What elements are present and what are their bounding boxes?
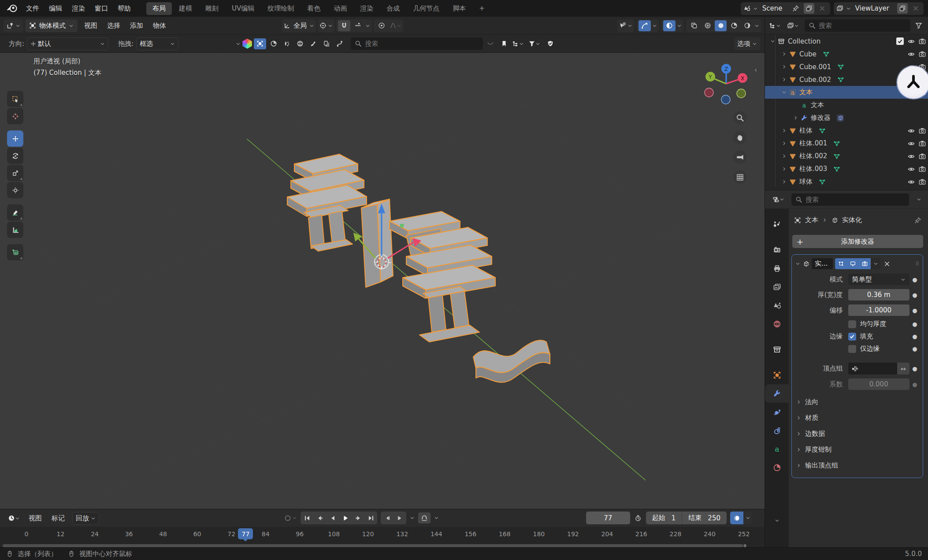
- value-slider[interactable]: 0.36 m: [848, 289, 909, 300]
- eye-icon[interactable]: [908, 51, 915, 58]
- zoom-button[interactable]: [733, 111, 746, 124]
- delete-viewlayer-button[interactable]: [910, 3, 921, 14]
- outliner-filter-type-button[interactable]: [783, 20, 802, 31]
- outliner-row-modifiers[interactable]: 修改器: [765, 111, 928, 124]
- properties-tab-object[interactable]: [765, 366, 789, 384]
- camera-visibility-icon[interactable]: [919, 166, 926, 173]
- playhead[interactable]: 77: [238, 528, 253, 539]
- camera-visibility-icon[interactable]: [919, 38, 926, 45]
- catalog-tree-button[interactable]: [512, 38, 524, 49]
- frame-label-120[interactable]: 120: [362, 530, 374, 538]
- new-viewlayer-button[interactable]: [897, 3, 908, 14]
- topbar-menu-3[interactable]: 窗口: [90, 3, 113, 15]
- animate-decorator[interactable]: ●: [909, 365, 920, 372]
- outliner-item-name[interactable]: 球体: [799, 178, 813, 186]
- eye-icon[interactable]: [908, 127, 915, 134]
- frame-label-96[interactable]: 96: [296, 530, 304, 538]
- frame-label-216[interactable]: 216: [635, 530, 647, 538]
- outliner-row-font-data[interactable]: 文本: [765, 99, 928, 111]
- properties-tab-collection[interactable]: [765, 340, 789, 359]
- pin-icon[interactable]: [914, 217, 921, 224]
- pan-hand-button[interactable]: [733, 131, 746, 144]
- filter-brush-toggle[interactable]: [307, 38, 319, 49]
- filter-world-toggle[interactable]: [294, 38, 306, 49]
- frame-label-84[interactable]: 84: [262, 530, 270, 538]
- checkbox-均匀厚度[interactable]: 均匀厚度: [848, 320, 909, 328]
- camera-view-button[interactable]: [733, 151, 746, 164]
- outliner-display-mode-button[interactable]: [768, 20, 781, 31]
- timeline-scrollbar[interactable]: [3, 544, 743, 547]
- eye-icon[interactable]: [908, 140, 915, 147]
- frame-label-144[interactable]: 144: [431, 530, 442, 538]
- viewport-menu-3[interactable]: 物体: [148, 20, 171, 32]
- filter-object-toggle[interactable]: [254, 38, 266, 49]
- breadcrumb-object[interactable]: 文本: [805, 216, 818, 224]
- outliner-item-name[interactable]: Cube: [799, 50, 817, 58]
- camera-visibility-icon[interactable]: [919, 153, 926, 160]
- vertex-group-field[interactable]: ↔: [848, 363, 909, 375]
- timeline-menu-1[interactable]: 标记: [47, 512, 70, 524]
- chevron-right-icon[interactable]: [782, 128, 787, 133]
- workspace-tab-7[interactable]: 渲染: [354, 2, 379, 15]
- falloff-button[interactable]: [389, 20, 401, 31]
- orientation-dropdown[interactable]: 默认: [27, 37, 108, 50]
- drag-dropdown[interactable]: 框选: [136, 37, 178, 50]
- frame-label-204[interactable]: 204: [601, 530, 613, 538]
- outliner-search-input[interactable]: [819, 22, 906, 30]
- current-frame-field[interactable]: 77: [586, 512, 630, 524]
- frame-end-field[interactable]: 结束250: [682, 512, 727, 524]
- show-gizmo-toggle[interactable]: [638, 20, 651, 31]
- viewport-menu-2[interactable]: 添加: [125, 20, 148, 32]
- step-back-button[interactable]: [381, 512, 393, 524]
- modifier-section-厚度钳制[interactable]: 厚度钳制: [794, 441, 920, 457]
- frame-label-72[interactable]: 72: [227, 530, 235, 538]
- properties-tab-constraint[interactable]: [765, 421, 789, 440]
- viewport-canvas[interactable]: [0, 53, 765, 509]
- pin-icon[interactable]: [791, 3, 801, 14]
- checkbox-填充[interactable]: 填充: [848, 332, 909, 341]
- editor-type-button[interactable]: [4, 19, 23, 32]
- tool-annotate-button[interactable]: [7, 204, 23, 221]
- properties-tab-material[interactable]: [765, 458, 789, 477]
- loop-playback-button[interactable]: [418, 512, 431, 523]
- camera-visibility-icon[interactable]: [919, 51, 926, 58]
- drag-handle-icon[interactable]: ⠿: [915, 261, 919, 267]
- outliner-row-collection[interactable]: Collection: [765, 35, 928, 48]
- stopwatch-icon[interactable]: [635, 515, 642, 522]
- workspace-tab-3[interactable]: UV编辑: [226, 2, 260, 15]
- snap-toggle[interactable]: [338, 20, 350, 31]
- outliner-row-mesh[interactable]: 柱体: [765, 124, 928, 137]
- properties-tab-render[interactable]: [765, 241, 789, 259]
- show-overlays-toggle[interactable]: [663, 20, 676, 31]
- sidebar-collapse-icon[interactable]: ‹: [754, 66, 757, 74]
- topbar-menu-1[interactable]: 编辑: [44, 3, 67, 15]
- frame-label-240[interactable]: 240: [704, 530, 716, 538]
- shield-icon[interactable]: [544, 38, 557, 49]
- workspace-tab-9[interactable]: 几何节点: [407, 2, 445, 15]
- tool-rotate-button[interactable]: [7, 148, 23, 164]
- shading-wireframe-button[interactable]: [702, 20, 713, 31]
- topbar-menu-0[interactable]: 文件: [21, 3, 44, 15]
- outliner-item-name[interactable]: 文本: [811, 101, 824, 109]
- tool-measure-button[interactable]: [7, 222, 23, 238]
- properties-editor-type-button[interactable]: [768, 194, 788, 205]
- animate-decorator[interactable]: ●: [909, 292, 920, 298]
- frame-label-36[interactable]: 36: [125, 530, 133, 538]
- animate-decorator[interactable]: ●: [909, 276, 920, 283]
- chevron-right-icon[interactable]: [782, 167, 787, 171]
- modifier-name-field[interactable]: 实...: [812, 258, 833, 269]
- camera-visibility-icon[interactable]: [919, 127, 926, 134]
- value-slider[interactable]: 0.000: [848, 378, 909, 390]
- camera-visibility-icon[interactable]: [919, 140, 926, 147]
- properties-tab-data[interactable]: [765, 440, 789, 458]
- properties-tab-scene[interactable]: [765, 296, 789, 315]
- playback-sync-button[interactable]: [730, 512, 743, 524]
- frame-label-228[interactable]: 228: [670, 530, 682, 538]
- selectability-visibility-button[interactable]: [617, 19, 634, 32]
- frame-label-132[interactable]: 132: [396, 530, 408, 538]
- frame-label-168[interactable]: 168: [499, 530, 511, 538]
- collection-checkbox[interactable]: [896, 37, 904, 45]
- jump-to-end-button[interactable]: [364, 512, 377, 524]
- workspace-tab-6[interactable]: 动画: [327, 2, 353, 15]
- modifier-section-输出顶点组[interactable]: 输出顶点组: [794, 457, 920, 473]
